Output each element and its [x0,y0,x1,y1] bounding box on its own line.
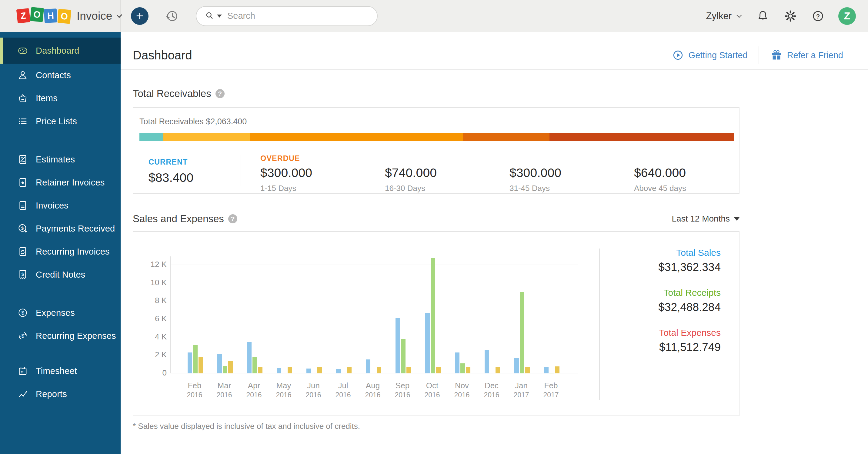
sidebar-item-label: Recurring Invoices [36,247,110,257]
quick-create-button[interactable]: + [131,7,149,25]
bar-expenses [436,367,441,373]
bar-group-feb-2016 [188,345,203,373]
overdue-receivables: OVERDUE $300.000 1-15 Days $740.000 16-3… [241,147,739,193]
overdue-bucket-1-15[interactable]: $300.000 1-15 Days [241,163,365,193]
svg-text:$: $ [21,310,24,316]
sidebar-item-retainer-invoices[interactable]: Retainer Invoices [0,171,121,194]
sales-expenses-card: 02 K4 K6 K8 K10 K12 K Feb2016Mar2016Apr2… [133,231,740,416]
sidebar: Dashboard Contacts Items [0,32,121,454]
bar-expenses [347,367,351,373]
chart-plot-area [170,256,578,373]
bar-expenses [496,367,500,373]
bar-receipts [550,373,554,373]
timesheet-icon [17,365,29,377]
total-sales-block: Total Sales $31,362.334 [599,248,721,274]
basket-icon [17,92,29,104]
org-selector[interactable]: Zylker [706,10,740,22]
receivables-summary-label: Total Receivables [140,117,204,126]
bar-sales [217,354,222,373]
sidebar-item-label: Reports [36,389,67,399]
total-receipts-block: Total Receipts $32,488.284 [599,287,721,314]
global-search[interactable] [196,6,378,26]
aging-segment-16-30-days [250,133,463,141]
bar-expenses [525,367,530,373]
sidebar-item-expenses[interactable]: $ Expenses [0,301,121,324]
product-name: Invoice [77,10,112,23]
history-clock-icon [164,8,180,24]
x-tick-label: Oct2016 [417,381,447,399]
bar-sales [485,350,489,373]
current-label: CURRENT [149,158,241,167]
bar-group-feb-2017 [544,366,559,373]
user-avatar[interactable]: Z [838,7,856,25]
sidebar-item-invoices[interactable]: Invoices [0,194,121,217]
bar-group-oct-2016 [425,258,441,373]
overdue-bucket-31-45[interactable]: $300.000 31-45 Days [490,163,614,193]
bucket-label: 16-30 Days [385,184,490,193]
x-tick-label: Apr2016 [239,381,269,399]
bar-group-mar-2016 [217,354,233,373]
sidebar-item-price-lists[interactable]: Price Lists [0,110,121,133]
bar-group-jan-2017 [514,292,530,373]
total-receipts-label: Total Receipts [599,287,721,298]
aging-segment-31-45-days [463,133,550,141]
x-tick-label: Jun2016 [299,381,328,399]
play-circle-icon [672,49,684,62]
svg-text:$: $ [21,225,24,231]
x-tick-label: Dec2016 [477,381,506,399]
help-button[interactable]: ? [811,9,825,23]
main-content: Dashboard Getting Started [121,32,868,454]
aging-segment-current [140,133,163,141]
overdue-bucket-above-45[interactable]: $640.000 Above 45 days [614,163,739,193]
bar-expenses [258,367,262,373]
current-receivables-cell[interactable]: CURRENT $83.400 [133,147,241,193]
page-header: Dashboard Getting Started [121,32,868,70]
avatar-letter: Z [844,10,850,22]
sidebar-item-timesheet[interactable]: Timesheet [0,359,121,383]
help-icon: ? [811,9,825,23]
x-tick-label: Aug2016 [358,381,388,399]
sidebar-item-items[interactable]: Items [0,87,121,110]
search-input[interactable] [227,11,369,21]
payment-received-icon: $ [17,223,29,234]
y-tick-label: 0 [162,368,167,377]
zoho-tile-h: H [44,8,57,23]
receivables-summary: Total Receivables $2,063.400 [133,108,739,147]
sales-expenses-help-icon[interactable]: ? [228,214,237,223]
overdue-bucket-16-30[interactable]: $740.000 16-30 Days [365,163,490,193]
brand-area[interactable]: Z O H O Invoice [0,0,121,32]
gridline-10k [171,283,578,283]
sidebar-item-dashboard[interactable]: Dashboard [0,38,121,64]
search-scope-caret-icon[interactable] [217,14,222,18]
sidebar-item-reports[interactable]: Reports [0,383,121,405]
recent-history-button[interactable] [164,8,180,24]
sales-expenses-heading: Sales and Expenses ? [133,213,237,224]
sidebar-item-estimates[interactable]: Estimates [0,148,121,171]
bar-group-apr-2016 [247,342,262,373]
bar-expenses [288,367,292,373]
bucket-label: 1-15 Days [260,184,365,193]
sidebar-item-recurring-invoices[interactable]: Recurring Invoices [0,240,121,263]
svg-text:$: $ [21,333,24,339]
sidebar-item-label: Expenses [36,308,75,318]
bar-group-nov-2016 [455,353,470,373]
sidebar-item-credit-notes[interactable]: $ Credit Notes [0,263,121,286]
gridline-12k [171,265,578,265]
getting-started-link[interactable]: Getting Started [672,49,748,62]
sidebar-item-payments-received[interactable]: $ Payments Received [0,217,121,240]
notifications-button[interactable] [756,9,770,23]
settings-button[interactable] [783,9,798,23]
zoho-invoice-app: Z O H O Invoice + [0,0,868,454]
bar-sales [544,367,549,373]
search-icon[interactable] [204,10,215,22]
sidebar-item-contacts[interactable]: Contacts [0,64,121,87]
sidebar-item-recurring-expenses[interactable]: $ Recurring Expenses [0,324,121,347]
caret-down-icon [734,217,740,221]
date-range-selector[interactable]: Last 12 Months [672,214,740,224]
credit-note-icon: $ [17,269,29,280]
aging-segment-above-45-days [550,133,734,141]
recurring-invoice-icon [17,246,29,257]
refer-a-friend-link[interactable]: Refer a Friend [770,49,843,62]
total-expenses-value: $11,512.749 [599,341,721,354]
total-receivables-help-icon[interactable]: ? [216,89,224,98]
